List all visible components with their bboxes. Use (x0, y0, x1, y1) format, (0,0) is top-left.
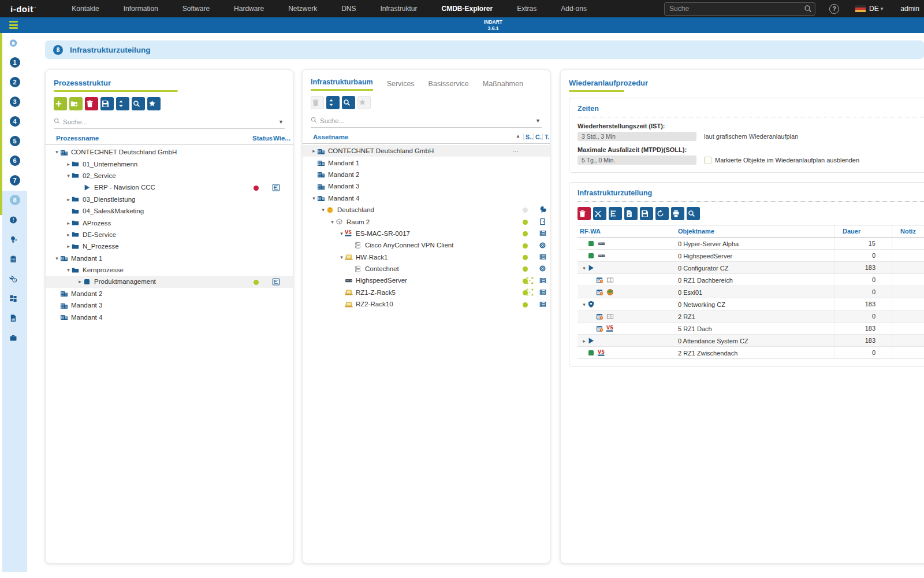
nav-item-extras[interactable]: Extras (505, 5, 549, 13)
sidebar-step-1[interactable]: 1 (2, 53, 27, 72)
allocation-table-row[interactable]: ▾0 Networking CZ183 (578, 298, 924, 310)
sidebar-projects[interactable] (2, 328, 27, 347)
expander-icon[interactable]: ▸ (65, 197, 72, 202)
expander-icon[interactable]: ▾ (65, 267, 72, 273)
sidebar-step-3[interactable]: 3 (2, 92, 27, 112)
user-menu[interactable]: admin (900, 5, 919, 13)
expander-icon[interactable]: ▾ (54, 149, 60, 155)
favorite-button[interactable] (147, 97, 161, 110)
process-tree-row[interactable]: Mandant 2 (46, 288, 293, 299)
recovery-plan-button[interactable] (272, 278, 283, 287)
language-selector[interactable]: DE▾ (869, 5, 883, 13)
nav-item-dns[interactable]: DNS (329, 5, 368, 13)
add-button[interactable] (54, 97, 67, 110)
sort-button[interactable] (116, 97, 129, 110)
infra-tree-row[interactable]: ▾Raum 2 (303, 216, 550, 227)
column-wie[interactable]: Wie... (273, 135, 290, 142)
sidebar-step-7[interactable]: 7 (2, 171, 27, 190)
infra-tree-row[interactable]: ▾Deutschland (303, 204, 550, 216)
process-tree-row[interactable]: ERP - Navision CCC (46, 181, 293, 193)
allocation-table-row[interactable]: 2 RZ10 (578, 310, 924, 323)
sidebar-step-6[interactable]: 6 (2, 151, 27, 171)
process-search-input[interactable] (63, 118, 285, 125)
expander-icon[interactable]: ▸ (65, 243, 72, 249)
sidebar-alerts[interactable] (2, 210, 27, 229)
expander-icon[interactable]: ▸ (65, 161, 72, 167)
chevron-down-icon[interactable]: ▼ (535, 118, 541, 124)
nav-item-software[interactable]: Software (170, 5, 222, 13)
nav-item-add-ons[interactable]: Add-ons (549, 5, 599, 13)
column-c[interactable]: C.. (533, 134, 543, 140)
infra-tree-row[interactable]: Contechnet (303, 263, 550, 275)
expander-icon[interactable]: ▾ (581, 302, 587, 307)
nav-item-hardware[interactable]: Hardware (222, 5, 276, 13)
process-tree-row[interactable]: ▸DE-Service (46, 229, 293, 240)
allocation-table-row[interactable]: VS5 RZ1 Dach183 (578, 323, 924, 335)
process-tree-row[interactable]: ▾Kernprozesse (46, 264, 293, 276)
column-dauer[interactable]: Dauer (834, 225, 892, 237)
chevron-down-icon[interactable]: ▼ (278, 119, 284, 125)
sidebar-reports[interactable] (2, 308, 27, 328)
expander-icon[interactable]: ▸ (581, 338, 587, 344)
infra-tree-row[interactable]: Mandant 3 (303, 180, 550, 192)
nav-item-netzwerk[interactable]: Netzwerk (276, 5, 329, 13)
process-tree-row[interactable]: Mandant 4 (46, 311, 293, 323)
column-status[interactable]: Status (252, 135, 273, 142)
allocation-table-row[interactable]: VS2 RZ1 Zwischendach0 (578, 347, 924, 359)
tab-services[interactable]: Services (387, 80, 415, 91)
expander-icon[interactable]: ▾ (581, 265, 587, 271)
infra-tree-row[interactable]: ▸CONTECHNET Deutschland GmbH... (303, 145, 550, 157)
hide-marked-checkbox[interactable] (704, 157, 711, 164)
infra-tree-row[interactable]: ▾Mandant 4 (303, 192, 550, 204)
column-objektname[interactable]: Objektname (676, 228, 834, 235)
delete-button[interactable] (578, 207, 591, 220)
search-input[interactable] (664, 2, 815, 16)
sort-asc-icon[interactable]: ▲ (516, 134, 520, 139)
infra-tree-row[interactable]: Mandant 2 (303, 169, 550, 180)
search-button[interactable] (342, 96, 355, 109)
allocation-table-row[interactable]: ▸0 Attendance System CZ183 (578, 335, 924, 347)
column-prozessname[interactable]: Prozessname (56, 135, 99, 142)
expander-icon[interactable]: ▾ (65, 173, 72, 179)
app-logo[interactable]: i-doit·· (10, 4, 36, 14)
infra-tree-row[interactable]: Cisco AnyConnect VPN Client (303, 239, 550, 251)
tree-view-button[interactable] (609, 207, 622, 220)
delete-button[interactable] (311, 96, 324, 109)
sidebar-home[interactable] (2, 33, 27, 53)
search-icon[interactable] (804, 5, 812, 14)
save-button[interactable] (100, 97, 114, 110)
nav-item-cmdb-explorer[interactable]: CMDB-Explorer (430, 5, 505, 13)
expander-icon[interactable]: ▸ (77, 279, 83, 284)
infra-tree-row[interactable]: ▾VSES-MAC-SR-0017 (303, 228, 550, 239)
column-s[interactable]: S.. (523, 134, 533, 140)
column-assetname[interactable]: Assetname (313, 134, 348, 140)
expander-icon[interactable]: ▸ (65, 232, 72, 238)
search-button[interactable] (687, 207, 700, 220)
process-tree-row[interactable]: ▸AProzess (46, 217, 293, 228)
sidebar-step-2[interactable]: 2 (2, 72, 27, 92)
process-tree-row[interactable]: Mandant 3 (46, 299, 293, 311)
column-rfwa[interactable]: RF-WA (578, 228, 676, 235)
column-t[interactable]: T.. (542, 134, 550, 140)
sidebar-maintenance[interactable] (2, 269, 27, 288)
sidebar-tasks[interactable] (2, 249, 27, 269)
column-notiz[interactable]: Notiz (892, 225, 924, 237)
process-tree-row[interactable]: ▾02_Service (46, 170, 293, 181)
cut-button[interactable] (593, 207, 606, 220)
process-tree-row[interactable]: ▸01_Unternehmenn (46, 158, 293, 169)
allocation-table-row[interactable]: 0 Hyper-Server Alpha15 (578, 238, 924, 250)
allocation-table-row[interactable]: 0 RZ1 Dachbereich0 (578, 274, 924, 286)
sort-button[interactable] (326, 96, 340, 109)
allocation-table-row[interactable]: 0 HighspeedServer0 (578, 250, 924, 262)
delete-button[interactable] (85, 97, 98, 110)
expander-icon[interactable]: ▾ (338, 231, 345, 236)
infra-tree-row[interactable]: RZ2-Rack10 (303, 298, 550, 310)
process-tree-row[interactable]: ▾Mandant 1 (46, 253, 293, 264)
help-icon[interactable]: ? (829, 4, 839, 14)
search-button[interactable] (132, 97, 145, 110)
sidebar-modules[interactable] (2, 288, 27, 308)
nav-item-kontakte[interactable]: Kontakte (59, 5, 111, 13)
save-button[interactable] (640, 207, 653, 220)
sidebar-step-8[interactable]: 8 (2, 190, 27, 210)
process-tree-row[interactable]: ▸Produktmanagement (46, 276, 293, 287)
